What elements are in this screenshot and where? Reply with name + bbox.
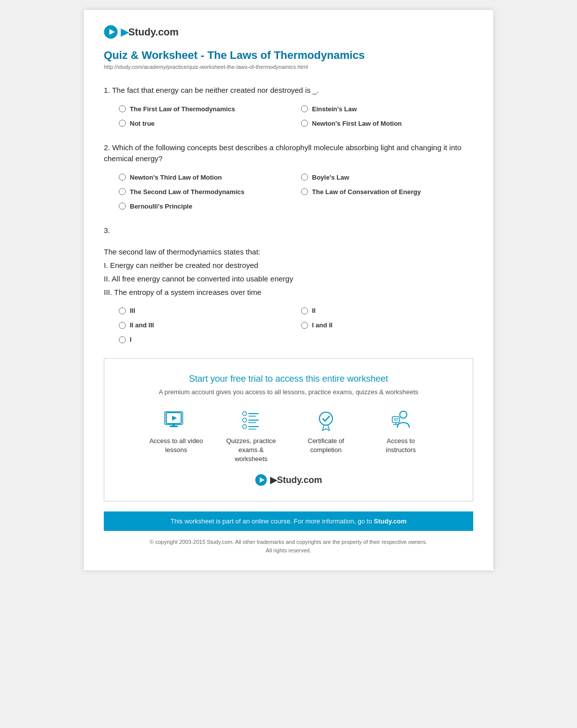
radio-icon[interactable]: [301, 188, 308, 195]
feature-instructors: Access to instructors: [373, 408, 428, 464]
q2-option-4[interactable]: The Law of Conservation of Energy: [301, 188, 473, 196]
q3-option-4[interactable]: I and II: [301, 321, 473, 329]
q3-option-1[interactable]: III: [119, 307, 291, 314]
radio-icon[interactable]: [119, 336, 126, 343]
cta-box: Start your free trial to access this ent…: [104, 358, 473, 501]
logo-area: ▶Study.com: [104, 25, 473, 39]
radio-icon[interactable]: [301, 322, 308, 329]
svg-point-16: [319, 412, 332, 425]
svg-marker-4: [172, 416, 177, 421]
question-2: 2. Which of the following concepts best …: [104, 142, 473, 210]
cta-subtitle: A premium account gives you access to al…: [119, 388, 458, 396]
cta-features: Access to all video lessons Quizzes, pra…: [119, 408, 458, 464]
radio-icon[interactable]: [301, 105, 308, 112]
question-2-options: Newton's Third Law of Motion Boyle's Law…: [119, 174, 473, 210]
question-3-options: III II II and III I and II I: [119, 307, 473, 343]
q2-option-5[interactable]: Bernoulli's Principle: [119, 203, 291, 210]
q2-option-3[interactable]: The Second Law of Thermodynamics: [119, 188, 291, 196]
radio-icon[interactable]: [119, 105, 126, 112]
question-1: 1. The fact that energy can be neither c…: [104, 85, 473, 127]
feature-certificate-label: Certificate of completion: [298, 437, 353, 455]
feature-video: Access to all video lessons: [149, 408, 204, 464]
q2-option-1[interactable]: Newton's Third Law of Motion: [119, 174, 291, 181]
info-bar: This worksheet is part of an online cour…: [104, 511, 473, 531]
q3-option-3[interactable]: II and III: [119, 321, 291, 329]
instructors-icon: [388, 408, 413, 433]
info-bar-link[interactable]: Study.com: [374, 517, 407, 525]
cta-studycom-text: ▶Study.com: [270, 475, 322, 485]
page-url: http://study.com/academy/practice/quiz-w…: [104, 64, 473, 70]
q1-option-2[interactable]: Einstein's Law: [301, 105, 473, 113]
radio-icon[interactable]: [301, 307, 308, 314]
question-3-text: 3.: [104, 225, 473, 237]
question-2-text: 2. Which of the following concepts best …: [104, 142, 473, 165]
radio-icon[interactable]: [119, 322, 126, 329]
feature-quizzes: Quizzes, practice exams & worksheets: [224, 408, 279, 464]
question-1-text: 1. The fact that energy can be neither c…: [104, 85, 473, 96]
feature-instructors-label: Access to instructors: [373, 437, 428, 455]
svg-rect-22: [392, 417, 399, 423]
q2-option-2[interactable]: Boyle's Law: [301, 174, 473, 181]
quizzes-icon: [239, 408, 264, 433]
footer: © copyright 2003-2015 Study.com. All oth…: [104, 538, 473, 555]
question-3: 3. The second law of thermodynamics stat…: [104, 225, 473, 344]
certificate-icon: [313, 408, 338, 433]
radio-icon[interactable]: [119, 307, 126, 314]
radio-icon[interactable]: [119, 174, 126, 181]
q1-option-4[interactable]: Newton's First Law of Motion: [301, 120, 473, 127]
radio-icon[interactable]: [119, 120, 126, 127]
logo-text: ▶Study.com: [121, 26, 179, 38]
svg-point-7: [243, 412, 247, 416]
q3-option-2[interactable]: II: [301, 307, 473, 314]
logo: ▶Study.com: [104, 25, 473, 39]
svg-rect-6: [173, 424, 175, 426]
q1-option-3[interactable]: Not true: [119, 120, 291, 127]
svg-point-9: [243, 425, 247, 429]
svg-point-21: [400, 411, 407, 418]
radio-icon[interactable]: [301, 174, 308, 181]
question-1-options: The First Law of Thermodynamics Einstein…: [119, 105, 473, 127]
radio-icon[interactable]: [119, 188, 126, 195]
video-lessons-icon: [164, 408, 189, 433]
radio-icon[interactable]: [301, 120, 308, 127]
feature-video-label: Access to all video lessons: [149, 437, 204, 455]
q3-option-5[interactable]: I: [119, 336, 291, 343]
question-3-intro: The second law of thermodynamics states …: [104, 245, 473, 299]
radio-icon[interactable]: [119, 203, 126, 210]
feature-certificate: Certificate of completion: [298, 408, 353, 464]
cta-studycom-icon: [255, 474, 267, 486]
studycom-logo-icon: [104, 25, 118, 39]
cta-logo: ▶Study.com: [119, 474, 458, 486]
feature-quizzes-label: Quizzes, practice exams & worksheets: [224, 437, 279, 464]
q1-option-1[interactable]: The First Law of Thermodynamics: [119, 105, 291, 113]
page-title: Quiz & Worksheet - The Laws of Thermodyn…: [104, 49, 473, 62]
cta-title: Start your free trial to access this ent…: [119, 374, 458, 384]
svg-point-8: [243, 418, 247, 422]
